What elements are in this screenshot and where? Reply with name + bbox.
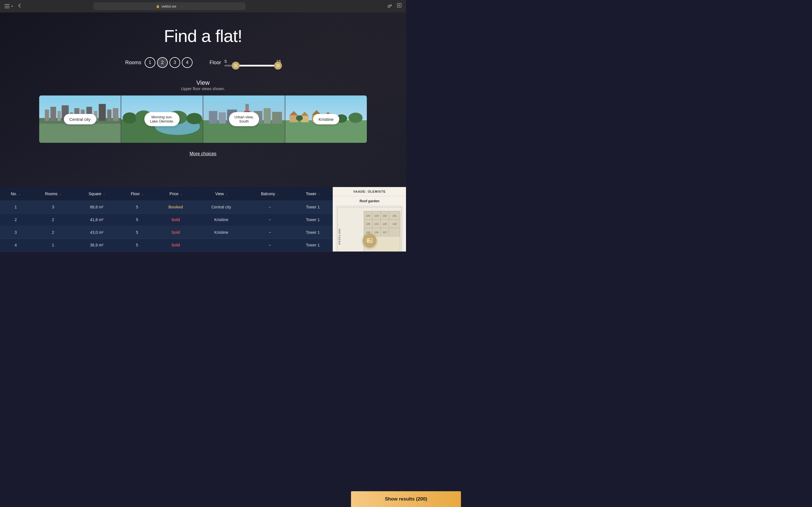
- svg-point-79: [368, 239, 369, 240]
- svg-text:119: 119: [393, 223, 397, 225]
- floor-thumb-min[interactable]: [232, 62, 240, 69]
- floor-thumb-max[interactable]: [274, 62, 282, 69]
- cell-floor: 5: [119, 239, 155, 251]
- svg-text:123: 123: [374, 214, 378, 217]
- svg-text:122: 122: [383, 214, 387, 217]
- table-row[interactable]: 3 2 43,0 m² 5 Sold Kristiine − Tower 1: [0, 226, 333, 239]
- roof-garden-label: Roof garden: [336, 199, 403, 203]
- svg-rect-0: [4, 4, 10, 5]
- share-icon[interactable]: [388, 3, 393, 10]
- cell-price: Sold: [155, 239, 196, 251]
- view-subtitle: Upper floor views shown.: [181, 87, 225, 91]
- svg-rect-37: [272, 112, 282, 124]
- room-btn-2[interactable]: 2: [157, 57, 168, 68]
- sidebar-toggle[interactable]: [4, 4, 13, 8]
- back-button[interactable]: [18, 3, 21, 9]
- svg-rect-10: [57, 111, 61, 121]
- svg-text:125: 125: [366, 223, 370, 225]
- cell-balcony: −: [247, 226, 293, 239]
- svg-rect-1: [4, 6, 10, 6]
- chevron-down-icon: [11, 5, 13, 8]
- sort-arrow-floor: ↓: [142, 192, 144, 196]
- svg-text:120: 120: [383, 223, 387, 225]
- svg-rect-32: [209, 111, 217, 124]
- col-header-square[interactable]: Square ↓: [75, 187, 119, 201]
- rooms-label: Rooms: [125, 60, 141, 66]
- new-tab-icon[interactable]: [397, 3, 402, 10]
- browser-chrome: 🔒 vektor.ee ···: [0, 0, 406, 12]
- cell-balcony: −: [247, 201, 293, 214]
- cell-floor: 5: [119, 214, 155, 226]
- cell-no: 2: [0, 214, 31, 226]
- view-item-central[interactable]: Central city: [39, 96, 121, 143]
- more-options-btn[interactable]: ···: [180, 4, 183, 8]
- svg-point-48: [296, 115, 303, 121]
- sort-arrow-price: ↓: [181, 192, 182, 196]
- browser-right-controls: [388, 3, 402, 10]
- table-header-row: No. ↓ Rooms ↓ Square ↓ Floor ↓ Price ↓ V…: [0, 187, 333, 201]
- listings-table: No. ↓ Rooms ↓ Square ↓ Floor ↓ Price ↓ V…: [0, 187, 333, 251]
- cell-balcony: −: [247, 239, 293, 251]
- view-item-morning[interactable]: Morning sun.Lake Ülemiste.: [121, 96, 203, 143]
- view-label-kristiine: Kristiine: [313, 114, 339, 124]
- view-grid: Central city: [39, 96, 367, 143]
- cell-square: 68,8 m²: [75, 201, 119, 214]
- map-panel-title: VAADE: ÜLEMISTE: [333, 187, 406, 196]
- room-btn-3[interactable]: 3: [169, 57, 180, 68]
- filters-row: Rooms 1 2 3 4 Floor 5 16: [125, 57, 281, 68]
- svg-rect-65: [389, 228, 400, 236]
- svg-point-23: [123, 112, 137, 124]
- svg-rect-36: [264, 108, 271, 124]
- map-view-button[interactable]: [363, 234, 376, 247]
- hero-section: Find a flat! Rooms 1 2 3 4 Floor 5: [0, 12, 406, 187]
- col-header-view[interactable]: View ↓: [196, 187, 247, 201]
- col-header-floor[interactable]: Floor ↓: [119, 187, 155, 201]
- cell-tower: Tower 1: [293, 214, 333, 226]
- view-item-kristiine[interactable]: Kristiine: [285, 96, 367, 143]
- cell-price: Sold: [155, 214, 196, 226]
- map-panel-content: Roof garden: [333, 196, 406, 251]
- svg-point-27: [186, 113, 202, 124]
- room-btn-4[interactable]: 4: [182, 57, 193, 68]
- col-header-tower[interactable]: Tower ↓: [293, 187, 333, 201]
- more-choices-link[interactable]: More choices: [190, 151, 216, 156]
- floor-slider: 5 16: [224, 59, 281, 66]
- table-body: 1 3 68,8 m² 5 Booked Central city − Towe…: [0, 201, 333, 251]
- svg-rect-2: [4, 8, 10, 8]
- view-label-urban: Urban view,South: [229, 112, 259, 126]
- svg-text:KESKLINN: KESKLINN: [338, 228, 341, 244]
- col-header-rooms[interactable]: Rooms ↓: [31, 187, 75, 201]
- cell-floor: 5: [119, 226, 155, 239]
- address-bar[interactable]: 🔒 vektor.ee ···: [93, 2, 246, 10]
- table-row[interactable]: 2 2 41,8 m² 5 Sold Kristiine − Tower 1: [0, 214, 333, 226]
- col-header-no[interactable]: No. ↓: [0, 187, 31, 201]
- col-header-price[interactable]: Price ↓: [155, 187, 196, 201]
- svg-text:127: 127: [383, 231, 387, 234]
- table-row[interactable]: 4 1 36,9 m² 5 Sold − Tower 1: [0, 239, 333, 251]
- view-item-urban[interactable]: Urban view,South: [203, 96, 285, 143]
- cell-square: 43,0 m²: [75, 226, 119, 239]
- map-image[interactable]: 124 123 122 121 125 124 120 119 126 125 …: [336, 205, 403, 251]
- cell-view: [196, 239, 247, 251]
- cell-view: Central city: [196, 201, 247, 214]
- cell-price: Booked: [155, 201, 196, 214]
- cell-square: 36,9 m²: [75, 239, 119, 251]
- floor-filter-group: Floor 5 16: [209, 59, 281, 66]
- room-btn-1[interactable]: 1: [145, 57, 155, 68]
- cell-price: Sold: [155, 226, 196, 239]
- floor-label: Floor: [209, 60, 221, 66]
- svg-rect-9: [50, 107, 56, 121]
- page-title: Find a flat!: [164, 26, 242, 46]
- cell-square: 41,8 m²: [75, 214, 119, 226]
- cell-rooms: 3: [31, 201, 75, 214]
- col-header-balcony[interactable]: Balcony ↓: [247, 187, 293, 201]
- cell-view: Kristiine: [196, 214, 247, 226]
- sort-arrow-rooms: ↓: [59, 192, 61, 196]
- table-row[interactable]: 1 3 68,8 m² 5 Booked Central city − Towe…: [0, 201, 333, 214]
- svg-text:124: 124: [366, 214, 370, 217]
- floor-slider-track[interactable]: [224, 65, 281, 66]
- sort-arrow-balcony: ↓: [277, 192, 278, 196]
- svg-text:124: 124: [374, 223, 378, 225]
- thumb-lines-left: [234, 64, 237, 67]
- cell-view: Kristiine: [196, 226, 247, 239]
